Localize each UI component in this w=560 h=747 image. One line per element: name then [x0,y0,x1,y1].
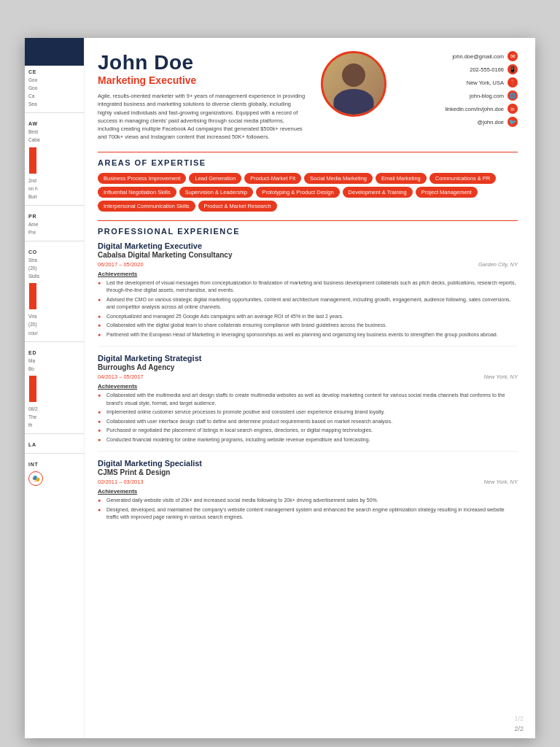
job-2-achievement-list: Collaborated with the multimedia and art… [98,392,518,444]
sidebar-ce-item-2: Goo [25,84,84,92]
sidebar-red-accent-2 [29,283,36,309]
sidebar-pr-item-2: Pre [25,228,84,236]
sidebar-int-label: INT [25,458,84,468]
sidebar-aw-item-1: Best [25,128,84,136]
sidebar-ed-label: ED [25,347,84,357]
job-1-location: Garden City, NY [478,261,518,268]
job-2-achievement-4: Purchased or negotiated the placement of… [98,427,518,435]
job-2-meta: 04/2013 – 05/2017 New York, NY [98,374,518,380]
tag-6: Influential Negotiation Skills [98,187,176,198]
job-3-location: New York, NY [483,479,518,485]
tag-4: Email Marketing [376,173,427,184]
sidebar-co-item-2: (20) [25,264,84,272]
job-1-meta: 06/2017 – 05/2020 Garden City, NY [98,261,518,268]
email-icon: ✉ [508,51,518,61]
sidebar-divider-1 [25,112,84,113]
tag-12: Product & Market Research [198,201,277,212]
page-number-prev: 1/2 [514,715,524,722]
job-3-achievement-2: Designed, developed, and maintained the … [98,506,518,522]
experience-section-title: PROFESSIONAL EXPERIENCE [98,227,518,236]
job-1-achievement-1: Led the development of visual messages f… [98,279,518,295]
contact-phone-row: 202-555-0166 📱 [401,64,518,74]
job-3-dates: 02/2011 – 03/2013 [98,479,144,485]
job-1-company: Cabalsa Digital Marketing Consultancy [98,251,518,259]
job-2-location: New York, NY [483,374,518,380]
contact-linkedin-row: linkedin.com/in/john.doe in [401,104,518,114]
sidebar-ed-item-3: 08/2 [25,405,84,413]
sidebar-co-item-6: cour [25,329,84,337]
job-1-dates: 06/2017 – 05/2020 [98,261,144,268]
job-block-1: Digital Marketing Executive Cabalsa Digi… [98,241,518,347]
job-3-title: Digital Marketing Specialist [98,459,518,468]
linkedin-icon: in [508,104,518,114]
expertise-tags-container: Business Process Improvement Lead Genera… [98,173,518,212]
sidebar-ce-item-1: Goo [25,76,84,84]
contact-blog: john-blog.com [470,93,504,99]
expertise-section-title: AREAS OF EXPERTISE [98,158,518,167]
contact-twitter-row: @john.doe 🐦 [401,117,518,127]
sidebar-divider-5 [25,433,84,434]
phone-icon: 📱 [508,64,518,74]
tag-11: Interpersonal Communication Skills [98,201,195,212]
contact-phone: 202-555-0166 [470,66,504,73]
job-2-dates: 04/2013 – 05/2017 [98,374,144,380]
sidebar-pr-label: PR [25,210,84,220]
page-wrapper: CE Goo Goo Ca Sea AW Best Caba 2nd on h … [15,15,545,747]
sidebar-co-item-5: (20) [25,320,84,328]
sidebar-aw-item-4: on h [25,185,84,193]
job-3-meta: 02/2011 – 03/2013 New York, NY [98,479,518,485]
job-3-company: CJMS Print & Design [98,468,518,476]
sidebar-aw-item-5: Burr [25,193,84,201]
website-icon: 🌐 [508,90,518,101]
sidebar-ed-item-5: th [25,421,84,429]
candidate-bio: Agile, results-oriented marketer with 9+… [98,92,306,142]
tag-0: Business Process Improvement [98,173,186,184]
avatar-body [334,89,374,115]
sidebar-divider-4 [25,341,84,342]
job-1-achievement-4: Collaborated with the digital global tea… [98,322,518,330]
contact-location: New York, USA [467,80,504,86]
sidebar-co-item-4: Vira [25,312,84,320]
sidebar-co-item-3: Skills [25,272,84,280]
job-1-achievement-5: Partnered with the European Head of Mark… [98,331,518,339]
tag-8: Prototyping & Product Design [256,187,339,198]
sidebar-header-block [25,38,85,66]
page-number: 2/2 [514,725,524,732]
contact-blog-row: john-blog.com 🌐 [401,90,518,101]
job-3-achievement-list: Generated daily website visits of 20k+ a… [98,497,518,522]
job-2-achievements-label: Achievements [98,383,518,390]
contact-email-row: john.doe@gmail.com ✉ [401,51,518,61]
contact-linkedin: linkedin.com/in/john.doe [446,106,504,112]
job-2-company: Burroughs Ad Agency [98,363,518,371]
expertise-divider [98,152,518,152]
sidebar-divider-6 [25,453,84,454]
sidebar-aw-label: AW [25,117,84,128]
name-title-block: John Doe Marketing Executive [98,51,306,86]
tag-2: Product-Market Fit [244,173,301,184]
job-1-title: Digital Marketing Executive [98,241,518,250]
sidebar-divider-3 [25,241,84,241]
expertise-section: AREAS OF EXPERTISE Business Process Impr… [98,158,518,212]
job-1-achievements-label: Achievements [98,271,518,277]
experience-section: PROFESSIONAL EXPERIENCE Digital Marketin… [98,227,518,529]
sidebar-ed-item-1: Ma [25,357,84,365]
tag-10: Project Management [416,187,478,198]
job-1-achievement-3: Conceptualized and managed 25 Google Ads… [98,313,518,321]
sidebar-divider-2 [25,205,84,206]
job-2-achievement-2: Implemented online customer service proc… [98,409,518,417]
sidebar-int-icon: 🎭 [28,471,43,486]
sidebar-pr-item-1: Ame [25,220,84,228]
resume-page: CE Goo Goo Ca Sea AW Best Caba 2nd on h … [25,38,535,738]
sidebar-aw-item-3: 2nd [25,177,84,185]
sidebar-red-accent-3 [29,376,36,402]
job-2-achievement-1: Collaborated with the multimedia and art… [98,392,518,407]
contact-location-row: New York, USA 📍 [401,77,518,88]
sidebar-ce-item-4: Sea [25,100,84,108]
job-3-achievement-1: Generated daily website visits of 20k+ a… [98,497,518,505]
job-2-title: Digital Marketing Strategist [98,354,518,363]
tag-5: Communications & PR [429,173,496,184]
tag-7: Supervision & Leadership [179,187,253,198]
job-3-achievements-label: Achievements [98,488,518,495]
job-block-2: Digital Marketing Strategist Burroughs A… [98,354,518,452]
contact-info-block: john.doe@gmail.com ✉ 202-555-0166 📱 New … [401,51,518,127]
